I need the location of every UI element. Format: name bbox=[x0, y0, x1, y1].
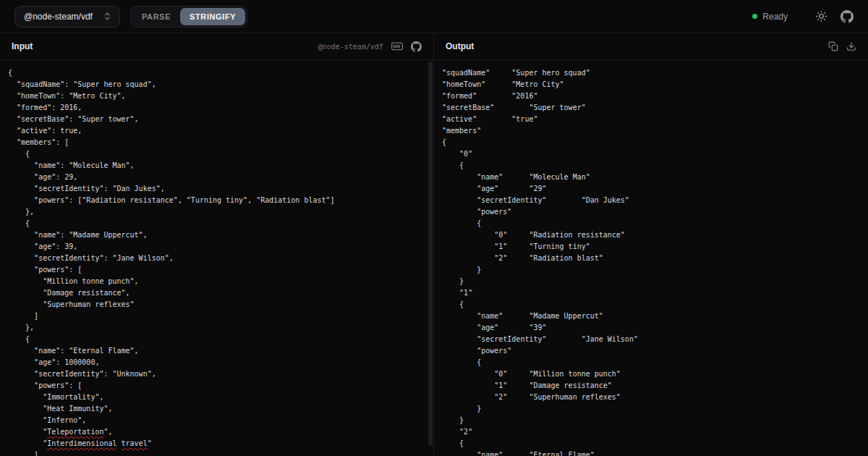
download-icon bbox=[846, 41, 856, 51]
stringify-mode-button[interactable]: STRINGIFY bbox=[180, 8, 245, 25]
package-select-value: @node-steam/vdf bbox=[24, 12, 93, 22]
copy-icon bbox=[828, 41, 838, 51]
top-toolbar: @node-steam/vdf PARSE STRINGIFY Ready bbox=[0, 0, 868, 33]
input-panel-title: Input bbox=[12, 41, 33, 51]
mode-toggle: PARSE STRINGIFY bbox=[130, 6, 247, 28]
npm-link-button[interactable] bbox=[391, 42, 403, 51]
github-link-button[interactable] bbox=[841, 10, 854, 23]
input-panel: Input @node-steam/vdf bbox=[0, 33, 434, 456]
input-editor[interactable]: { "squadName": "Super hero squad", "home… bbox=[0, 60, 433, 456]
output-viewer-area: "squadName" "Super hero squad" "homeTown… bbox=[434, 60, 868, 456]
npm-icon bbox=[391, 42, 403, 51]
vdf-playground-app: @node-steam/vdf PARSE STRINGIFY Ready bbox=[0, 0, 868, 456]
input-scrollbar-thumb[interactable] bbox=[428, 62, 433, 445]
output-panel: Output bbox=[434, 33, 868, 456]
sun-icon bbox=[815, 10, 827, 22]
status-dot-icon bbox=[752, 14, 757, 19]
package-name-label: @node-steam/vdf bbox=[318, 43, 383, 51]
github-icon bbox=[841, 10, 854, 23]
package-github-link-button[interactable] bbox=[411, 41, 422, 52]
parse-mode-button[interactable]: PARSE bbox=[132, 8, 180, 25]
package-select[interactable]: @node-steam/vdf bbox=[14, 6, 120, 28]
theme-toggle-button[interactable] bbox=[815, 10, 827, 22]
output-panel-actions bbox=[828, 41, 856, 51]
input-panel-meta: @node-steam/vdf bbox=[318, 41, 422, 52]
main-split-view: Input @node-steam/vdf bbox=[0, 33, 868, 456]
chevrons-up-down-icon bbox=[103, 12, 112, 21]
output-viewer: "squadName" "Super hero squad" "homeTown… bbox=[434, 60, 868, 456]
status-label: Ready bbox=[762, 12, 788, 22]
input-editor-area: { "squadName": "Super hero squad", "home… bbox=[0, 60, 433, 456]
output-panel-title: Output bbox=[446, 41, 474, 51]
input-panel-header: Input @node-steam/vdf bbox=[0, 33, 433, 60]
download-output-button[interactable] bbox=[846, 41, 856, 51]
github-icon bbox=[411, 41, 422, 52]
copy-output-button[interactable] bbox=[828, 41, 838, 51]
output-panel-header: Output bbox=[434, 33, 868, 60]
status-indicator: Ready bbox=[752, 12, 788, 22]
